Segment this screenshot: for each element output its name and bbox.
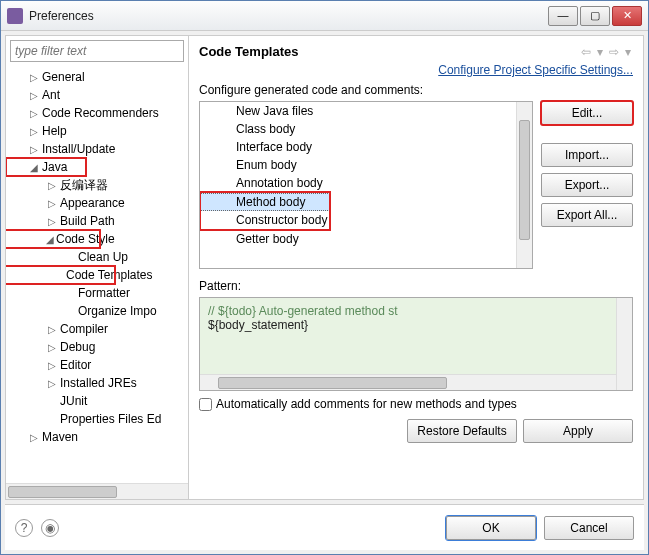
tree-code-recommenders[interactable]: ▷Code Recommenders — [6, 104, 188, 122]
tree-build-path[interactable]: ▷Build Path — [6, 212, 188, 230]
chevron-right-icon: ▷ — [28, 432, 40, 443]
export-button[interactable]: Export... — [541, 173, 633, 197]
page-title: Code Templates — [199, 44, 579, 59]
cancel-button[interactable]: Cancel — [544, 516, 634, 540]
tree-properties-files-editor[interactable]: Properties Files Ed — [6, 410, 188, 428]
window-title: Preferences — [29, 9, 548, 23]
chevron-right-icon: ▷ — [46, 216, 58, 227]
list-item[interactable]: Class body — [200, 120, 516, 138]
templates-list[interactable]: New Java files Class body Interface body… — [199, 101, 533, 269]
chevron-right-icon: ▷ — [28, 144, 40, 155]
list-item[interactable]: New Java files — [200, 102, 516, 120]
pattern-scrollbar-v[interactable] — [616, 298, 632, 390]
filter-input[interactable] — [10, 40, 184, 62]
pattern-scrollbar-h[interactable] — [200, 374, 616, 390]
chevron-down-icon: ◢ — [46, 234, 54, 245]
chevron-right-icon: ▷ — [28, 72, 40, 83]
tree-junit[interactable]: JUnit — [6, 392, 188, 410]
import-button[interactable]: Import... — [541, 143, 633, 167]
restore-defaults-button[interactable]: Restore Defaults — [407, 419, 517, 443]
pattern-line: ${body_statement} — [208, 318, 624, 332]
tree-code-style[interactable]: ◢Code Style — [6, 230, 100, 248]
tree-install-update[interactable]: ▷Install/Update — [6, 140, 188, 158]
left-panel: ▷General ▷Ant ▷Code Recommenders ▷Help ▷… — [6, 36, 189, 499]
subheading: Configure generated code and comments: — [199, 83, 633, 97]
tree-compiler[interactable]: ▷Compiler — [6, 320, 188, 338]
list-scrollbar-v[interactable] — [516, 102, 532, 268]
close-button[interactable]: ✕ — [612, 6, 642, 26]
nav-back-menu-icon[interactable]: ▾ — [595, 45, 605, 59]
list-item-constructor-body[interactable]: Constructor body — [200, 211, 330, 229]
filter-box — [10, 40, 184, 62]
tree-java[interactable]: ◢Java — [6, 158, 86, 176]
tree-ant[interactable]: ▷Ant — [6, 86, 188, 104]
auto-comments-checkbox[interactable] — [199, 398, 212, 411]
chevron-right-icon: ▷ — [46, 342, 58, 353]
tree-code-templates[interactable]: Code Templates — [6, 266, 115, 284]
tree-appearance[interactable]: ▷Appearance — [6, 194, 188, 212]
tree-decompiler[interactable]: ▷反编译器 — [6, 176, 188, 194]
chevron-right-icon: ▷ — [46, 360, 58, 371]
tree-scrollbar-h[interactable] — [6, 483, 188, 499]
chevron-right-icon: ▷ — [46, 324, 58, 335]
ok-button[interactable]: OK — [446, 516, 536, 540]
auto-comments-label: Automatically add comments for new metho… — [216, 397, 517, 411]
chevron-right-icon: ▷ — [46, 198, 58, 209]
list-item[interactable]: Interface body — [200, 138, 516, 156]
list-item[interactable]: Annotation body — [200, 174, 516, 192]
chevron-right-icon: ▷ — [28, 126, 40, 137]
export-all-button[interactable]: Export All... — [541, 203, 633, 227]
nav-back-icon[interactable]: ⇦ — [579, 45, 593, 59]
footer: ? ◉ OK Cancel — [5, 504, 644, 550]
tree-clean-up[interactable]: Clean Up — [6, 248, 188, 266]
tree-organize-imports[interactable]: Organize Impo — [6, 302, 188, 320]
chevron-right-icon: ▷ — [46, 180, 58, 191]
pattern-label: Pattern: — [199, 279, 633, 293]
titlebar[interactable]: Preferences — ▢ ✕ — [1, 1, 648, 31]
nav-forward-menu-icon[interactable]: ▾ — [623, 45, 633, 59]
nav-forward-icon[interactable]: ⇨ — [607, 45, 621, 59]
app-icon — [7, 8, 23, 24]
tree-formatter[interactable]: Formatter — [6, 284, 188, 302]
pattern-line: // ${todo} Auto-generated method st — [208, 304, 624, 318]
help-icon[interactable]: ? — [15, 519, 33, 537]
chevron-right-icon: ▷ — [46, 378, 58, 389]
minimize-button[interactable]: — — [548, 6, 578, 26]
list-item[interactable]: Getter body — [200, 230, 516, 248]
tree-general[interactable]: ▷General — [6, 68, 188, 86]
tree-debug[interactable]: ▷Debug — [6, 338, 188, 356]
list-item-method-body[interactable]: Method body — [200, 193, 330, 211]
tree-editor[interactable]: ▷Editor — [6, 356, 188, 374]
maximize-button[interactable]: ▢ — [580, 6, 610, 26]
tree-installed-jres[interactable]: ▷Installed JREs — [6, 374, 188, 392]
configure-project-link[interactable]: Configure Project Specific Settings... — [199, 63, 633, 77]
preferences-tree[interactable]: ▷General ▷Ant ▷Code Recommenders ▷Help ▷… — [6, 66, 188, 499]
list-item[interactable]: Enum body — [200, 156, 516, 174]
record-icon[interactable]: ◉ — [41, 519, 59, 537]
pattern-preview: // ${todo} Auto-generated method st ${bo… — [199, 297, 633, 391]
preferences-window: Preferences — ▢ ✕ ▷General ▷Ant ▷Code Re… — [0, 0, 649, 555]
right-panel: Code Templates ⇦ ▾ ⇨ ▾ Configure Project… — [189, 36, 643, 499]
tree-help[interactable]: ▷Help — [6, 122, 188, 140]
chevron-right-icon: ▷ — [28, 90, 40, 101]
edit-button[interactable]: Edit... — [541, 101, 633, 125]
chevron-right-icon: ▷ — [28, 108, 40, 119]
apply-button[interactable]: Apply — [523, 419, 633, 443]
chevron-down-icon: ◢ — [28, 162, 40, 173]
tree-maven[interactable]: ▷Maven — [6, 428, 188, 446]
